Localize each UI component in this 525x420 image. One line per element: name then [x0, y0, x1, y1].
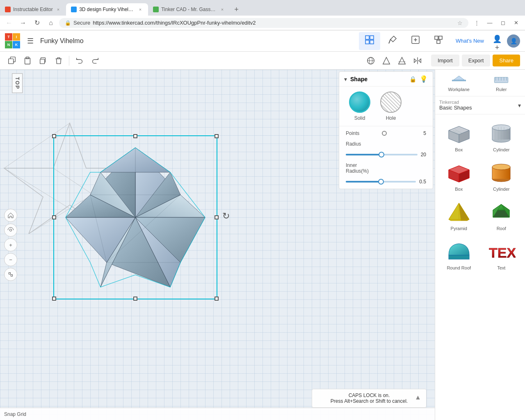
notification-up-button[interactable]: ▲ — [415, 394, 421, 401]
toolbar: Import Export Share — [0, 52, 525, 70]
svg-point-94 — [492, 164, 510, 170]
import-button[interactable]: Import — [431, 55, 459, 66]
zoom-in-button[interactable]: + — [4, 238, 17, 251]
tab-favicon-instructable — [5, 7, 11, 12]
menu-button[interactable]: ☰ — [24, 34, 37, 48]
add-user-button[interactable]: 👤+ — [491, 34, 504, 48]
user-avatar[interactable]: 👤 — [507, 34, 520, 48]
shape-item-cylinder-orange[interactable]: Cylinder — [482, 158, 521, 194]
mirror-tool-button[interactable] — [411, 54, 425, 68]
tab-close-mr-gasser[interactable]: × — [219, 6, 225, 13]
shape-item-box-red[interactable]: Box — [439, 158, 479, 194]
shape-light-button[interactable]: 💡 — [420, 75, 428, 83]
svg-marker-24 — [419, 59, 421, 62]
shape-item-roof-green[interactable]: Roof — [482, 197, 521, 233]
shape-item-cylinder-gray[interactable]: Cylinder — [482, 119, 521, 155]
tab-instructable[interactable]: Instructable Editor × — [0, 3, 66, 16]
group-button[interactable] — [428, 32, 449, 50]
back-tool-button[interactable] — [395, 54, 409, 68]
group-icon — [434, 35, 443, 47]
tab-tinkercad-design[interactable]: 3D design Funky Vihelm... × — [66, 3, 148, 16]
shape-visual-round-roof — [445, 239, 473, 264]
copy-button[interactable] — [5, 54, 19, 68]
extensions-button[interactable]: ⋮ — [471, 17, 482, 29]
secure-icon: 🔒 — [65, 20, 71, 26]
fit-button[interactable] — [4, 268, 17, 281]
shape-item-pyramid-yellow[interactable]: Pyramid — [439, 197, 479, 233]
star-svg — [53, 135, 217, 299]
workplane-button[interactable]: Workplane — [439, 74, 479, 92]
tab-close-instructable[interactable]: × — [55, 6, 61, 13]
app-header: T I N K ☰ Funky Vihelmo — [0, 30, 525, 52]
perspective-tool-button[interactable] — [364, 54, 378, 68]
points-value: 5 — [423, 130, 426, 136]
secure-label: Secure — [73, 20, 90, 26]
shape-item-box-gray[interactable]: Box — [439, 119, 479, 155]
orbit-button[interactable] — [4, 224, 17, 237]
canvas-area[interactable]: TOP + − — [0, 70, 435, 420]
rotation-handle[interactable]: ↻ — [222, 211, 230, 221]
shape-visual-pyramid-yellow — [445, 200, 473, 224]
ruler-label: Ruler — [496, 87, 507, 92]
svg-rect-14 — [40, 59, 45, 64]
svg-rect-8 — [437, 40, 440, 43]
tab-mr-gasser[interactable]: Tinker CAD - Mr. Gasser ... × — [148, 3, 230, 16]
tinkercad-logo[interactable]: T I N K — [5, 33, 21, 49]
shape-params: Points 5 Radius 20 — [339, 126, 433, 189]
shape-panel-header: ▾ Shape 🔒 💡 — [339, 72, 433, 87]
inner-radius-slider-track[interactable] — [346, 181, 416, 183]
header-tool-group — [359, 32, 449, 50]
address-field[interactable]: 🔒 Secure https://www.tinkercad.com/thing… — [59, 18, 468, 28]
ruler-button[interactable]: Ruler — [482, 74, 521, 92]
points-label: Points — [346, 130, 379, 136]
shape-item-text[interactable]: TEXT Text — [482, 237, 521, 273]
star-shape-container[interactable]: ↻ — [53, 135, 217, 299]
radius-slider-track[interactable] — [346, 154, 418, 155]
bookmark-icon[interactable]: ☆ — [457, 20, 463, 26]
svg-rect-3 — [370, 40, 374, 44]
import-shapes-button[interactable] — [405, 32, 426, 50]
paste-button[interactable] — [21, 54, 34, 68]
points-param-row: Points 5 — [346, 130, 426, 136]
svg-rect-10 — [9, 59, 14, 64]
refresh-button[interactable]: ↻ — [31, 17, 43, 29]
new-tab-button[interactable]: + — [230, 4, 243, 16]
tab-title-tinkercad: 3D design Funky Vihelm... — [79, 7, 135, 12]
whats-new-button[interactable]: What's New — [452, 34, 487, 47]
solid-option[interactable]: Solid — [349, 91, 370, 121]
undo-button[interactable] — [73, 54, 87, 68]
front-tool-button[interactable] — [379, 54, 393, 68]
browser-chrome: Instructable Editor × 3D design Funky Vi… — [0, 0, 525, 30]
delete-button[interactable] — [52, 54, 66, 68]
tab-close-tinkercad[interactable]: × — [137, 6, 143, 13]
hole-option[interactable]: Hole — [380, 91, 402, 121]
logo-cell-t: T — [5, 33, 12, 41]
export-button[interactable]: Export — [462, 55, 491, 66]
shape-lock-button[interactable]: 🔒 — [409, 76, 416, 82]
maximize-button[interactable]: ◻ — [497, 17, 509, 29]
zoom-out-button[interactable]: − — [4, 253, 17, 266]
share-button[interactable]: Share — [493, 55, 520, 66]
inner-radius-slider-thumb[interactable] — [378, 179, 384, 185]
hammer-tool-button[interactable] — [382, 32, 403, 50]
redo-button[interactable] — [88, 54, 102, 68]
shapes-category: Basic Shapes — [439, 105, 518, 111]
radius-slider-thumb[interactable] — [379, 152, 384, 158]
shape-label-box-gray: Box — [455, 147, 463, 152]
logo-cell-i: I — [13, 33, 20, 41]
shape-item-round-roof[interactable]: Round Roof — [439, 237, 479, 273]
close-button[interactable]: ✕ — [510, 17, 522, 29]
back-button[interactable]: ← — [3, 17, 15, 29]
forward-button[interactable]: → — [17, 17, 29, 29]
points-dot[interactable] — [382, 131, 387, 136]
zoom-home-button[interactable] — [4, 209, 17, 222]
home-button[interactable]: ⌂ — [45, 17, 57, 29]
radius-slider-container: 20 — [346, 152, 426, 158]
minimize-button[interactable]: — — [484, 17, 495, 29]
shape-collapse-button[interactable]: ▾ — [344, 76, 347, 82]
grid-tool-button[interactable] — [359, 32, 380, 50]
duplicate-button[interactable] — [36, 54, 50, 68]
svg-marker-97 — [459, 203, 469, 221]
shapes-category-selector: Tinkercad Basic Shapes ▾ — [435, 96, 525, 114]
shapes-dropdown-icon[interactable]: ▾ — [518, 102, 521, 109]
